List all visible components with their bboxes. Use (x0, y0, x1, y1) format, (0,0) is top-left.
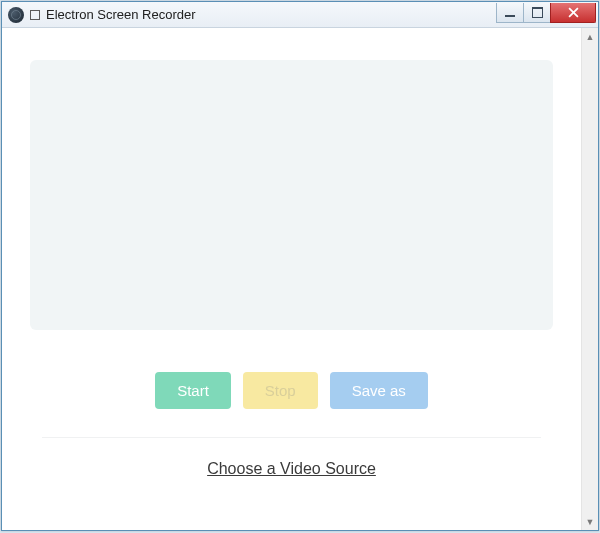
maximize-button[interactable] (523, 3, 551, 23)
vertical-scrollbar[interactable]: ▲ ▼ (581, 28, 598, 530)
divider (42, 437, 541, 438)
window-title: Electron Screen Recorder (46, 7, 196, 22)
save-as-button[interactable]: Save as (330, 372, 428, 409)
choose-source-link[interactable]: Choose a Video Source (207, 460, 376, 478)
video-preview (30, 60, 553, 330)
close-button[interactable] (550, 3, 596, 23)
scroll-up-arrow-icon[interactable]: ▲ (582, 28, 598, 45)
stop-button[interactable]: Stop (243, 372, 318, 409)
client-area: Start Stop Save as Choose a Video Source… (2, 28, 598, 530)
scroll-down-arrow-icon[interactable]: ▼ (582, 513, 598, 530)
source-row: Choose a Video Source (2, 460, 581, 478)
restore-glyph-icon (30, 10, 40, 20)
title-bar[interactable]: Electron Screen Recorder (2, 2, 598, 28)
start-button[interactable]: Start (155, 372, 231, 409)
minimize-button[interactable] (496, 3, 524, 23)
window-controls (497, 3, 596, 23)
close-icon (568, 7, 579, 18)
control-buttons-row: Start Stop Save as (2, 372, 581, 409)
electron-icon (8, 7, 24, 23)
content-area: Start Stop Save as Choose a Video Source (2, 28, 581, 530)
app-window: Electron Screen Recorder Start Stop Save… (1, 1, 599, 531)
